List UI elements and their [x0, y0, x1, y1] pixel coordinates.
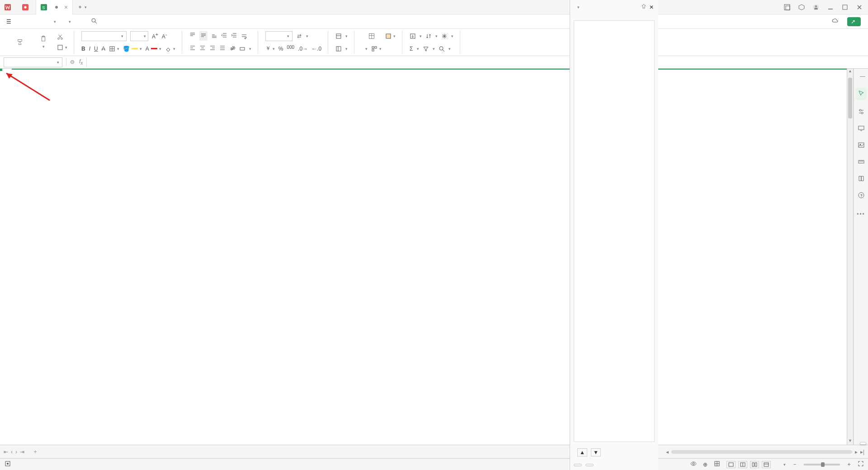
show-all-button[interactable] [574, 464, 582, 466]
file-menu[interactable]: ☰ [3, 19, 18, 25]
worksheet-button[interactable]: ▾ [335, 46, 348, 52]
sum-button[interactable]: Σ ▾ [410, 46, 419, 52]
cut-icon[interactable] [57, 34, 67, 42]
chevron-down-icon[interactable]: ▾ [577, 5, 580, 9]
fx-icon[interactable]: fx [79, 58, 83, 66]
help-icon[interactable]: ? [858, 192, 865, 200]
currency-icon[interactable]: ￥▾ [265, 45, 275, 52]
new-tab-button[interactable]: ＋ ▾ [73, 3, 91, 11]
scroll-down-icon[interactable]: ▼ [847, 438, 853, 445]
zoom-slider[interactable] [804, 464, 840, 465]
percent-icon[interactable]: % [278, 46, 283, 52]
fill-button[interactable]: ▾ [410, 33, 422, 39]
scroll-up-icon[interactable]: ▲ [847, 69, 853, 75]
fill-color-button[interactable]: 🪣▾ [123, 46, 142, 52]
format-painter-button[interactable] [10, 32, 30, 53]
close-tab-icon[interactable]: × [64, 4, 68, 11]
fullscreen-icon[interactable] [858, 461, 863, 468]
styles-button[interactable]: ▾ [371, 46, 382, 52]
order-up-icon[interactable]: ▲ [577, 448, 587, 456]
chevron-down-icon[interactable]: ▾ [85, 5, 87, 9]
more-icon[interactable]: ••• [857, 211, 865, 217]
merge-button[interactable]: ▾ [239, 46, 251, 52]
scroll-thumb[interactable] [848, 78, 852, 118]
hscroll-left-icon[interactable]: ◂ [666, 449, 669, 455]
screen-icon[interactable] [858, 125, 865, 133]
hscroll-end-icon[interactable]: ▸| [860, 449, 864, 455]
increase-font-icon[interactable]: A+ [152, 32, 158, 40]
name-box[interactable]: ▾ [4, 57, 62, 67]
filter-button[interactable]: ▾ [423, 46, 435, 52]
grid-icon[interactable] [714, 461, 720, 468]
align-bottom-icon[interactable] [211, 32, 217, 40]
record-macro-icon[interactable] [5, 461, 11, 468]
cloud-icon[interactable] [832, 18, 838, 25]
align-left-icon[interactable] [189, 45, 196, 52]
zoom-in-icon[interactable]: ＋ [846, 461, 852, 468]
hide-all-button[interactable] [585, 464, 594, 466]
paste-button[interactable]: ▾ [33, 32, 53, 53]
view-read-icon[interactable] [762, 461, 771, 468]
share-button[interactable]: ↗ [847, 17, 861, 26]
increase-decimal-icon[interactable]: .0→ [298, 46, 308, 52]
decrease-font-icon[interactable]: A- [162, 32, 167, 40]
file-tab[interactable]: S × [36, 0, 73, 14]
sheet-area[interactable]: ▲ ▼ [0, 69, 854, 445]
decrease-decimal-icon[interactable]: ←.0 [311, 46, 321, 52]
undo-dropdown-icon[interactable]: ▾ [54, 19, 56, 24]
avatar-icon[interactable] [813, 4, 819, 10]
decrease-indent-icon[interactable] [221, 32, 227, 40]
find-button[interactable]: ▾ [439, 46, 451, 52]
align-right-icon[interactable] [209, 45, 216, 52]
search-icon[interactable] [91, 18, 97, 25]
book-icon[interactable] [858, 175, 865, 183]
settings-slider-icon[interactable] [858, 108, 865, 117]
first-sheet-icon[interactable]: ⇤ [4, 449, 8, 455]
align-justify-icon[interactable] [219, 45, 226, 52]
align-center-icon[interactable] [199, 45, 206, 52]
cube-icon[interactable] [798, 4, 805, 10]
cell-style-button[interactable]: ▾ [385, 33, 396, 39]
rowcol-button[interactable]: ▾ [335, 33, 348, 39]
horizontal-scrollbar[interactable] [671, 450, 852, 454]
target-icon[interactable]: ⊕ [703, 461, 708, 468]
align-top-icon[interactable] [189, 32, 196, 40]
font-select[interactable]: ▾ [81, 31, 127, 41]
view-normal-icon[interactable] [726, 461, 736, 468]
comma-icon[interactable]: 000 [287, 45, 294, 52]
chevron-down-icon[interactable]: ▾ [57, 60, 59, 65]
align-middle-icon[interactable] [199, 31, 208, 41]
clear-format-button[interactable]: ▾ [165, 46, 175, 52]
window-multiview-icon[interactable] [784, 4, 790, 10]
zoom-out-icon[interactable]: － [792, 461, 797, 468]
window-minimize-icon[interactable] [827, 4, 834, 10]
orientation-icon[interactable]: ab [229, 45, 236, 52]
add-sheet-icon[interactable]: ＋ [28, 448, 42, 456]
convert-button[interactable]: ▾ [296, 33, 308, 39]
freeze-button[interactable]: ▾ [441, 33, 453, 39]
collapse-rail-icon[interactable]: — [860, 73, 865, 80]
strike-icon[interactable]: A [102, 46, 105, 52]
template-tab[interactable] [18, 0, 36, 14]
bold-icon[interactable]: B [81, 46, 85, 52]
close-pane-icon[interactable]: ✕ [649, 4, 654, 10]
view-pagebreak-icon[interactable] [750, 461, 759, 468]
formula-input[interactable] [86, 57, 868, 67]
order-down-icon[interactable]: ▼ [591, 448, 601, 456]
window-maximize-icon[interactable] [842, 4, 848, 10]
eye-icon[interactable] [690, 461, 697, 468]
view-layout-icon[interactable] [738, 461, 747, 468]
wrap-text-button[interactable] [241, 33, 249, 39]
cancel-formula-icon[interactable]: ⊖ [70, 59, 75, 65]
increase-indent-icon[interactable] [231, 32, 237, 40]
app-logo-tab[interactable] [0, 4, 18, 10]
font-size-select[interactable]: ▾ [130, 31, 148, 41]
underline-icon[interactable]: U [94, 46, 98, 52]
last-sheet-icon[interactable]: ⇥ [20, 449, 24, 455]
pin-icon[interactable] [641, 4, 646, 10]
border-button[interactable]: ▾ [109, 46, 119, 52]
number-format-select[interactable]: ▾ [265, 31, 292, 41]
sort-button[interactable]: ▾ [425, 33, 438, 39]
window-close-icon[interactable] [856, 4, 863, 10]
ruler-icon[interactable] [858, 158, 865, 167]
